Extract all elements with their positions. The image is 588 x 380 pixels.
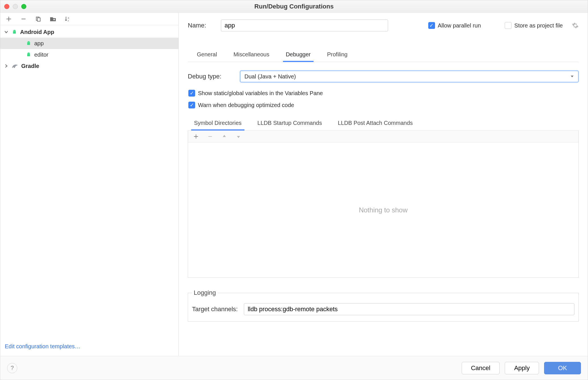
warn-optimized-check[interactable]: ✓ Warn when debugging optimized code bbox=[188, 102, 579, 108]
sidebar: az Android App bbox=[0, 13, 179, 356]
move-down-icon[interactable] bbox=[235, 133, 242, 140]
move-up-icon[interactable] bbox=[221, 133, 228, 140]
store-project-label: Store as project file bbox=[514, 22, 563, 29]
tree-item-editor[interactable]: editor bbox=[0, 49, 178, 60]
config-tree: Android App app editor bbox=[0, 25, 178, 338]
sidebar-toolbar: az bbox=[0, 13, 178, 25]
svg-point-9 bbox=[29, 42, 30, 42]
debug-type-value: Dual (Java + Native) bbox=[244, 73, 296, 80]
panel-toolbar bbox=[188, 131, 578, 142]
ok-button[interactable]: OK bbox=[544, 362, 581, 374]
subtab-symbol-dirs[interactable]: Symbol Directories bbox=[193, 117, 243, 130]
logging-legend: Logging bbox=[192, 289, 218, 296]
name-label: Name: bbox=[188, 22, 206, 29]
warn-optimized-label: Warn when debugging optimized code bbox=[198, 102, 294, 108]
name-input[interactable] bbox=[221, 20, 388, 31]
tab-debugger[interactable]: Debugger bbox=[285, 48, 312, 62]
gradle-icon bbox=[12, 63, 18, 69]
target-channels-label: Target channels: bbox=[192, 306, 238, 313]
checkbox-checked-icon: ✓ bbox=[428, 22, 435, 29]
show-static-label: Show static/global variables in the Vari… bbox=[198, 90, 323, 97]
sidebar-footer: Edit configuration templates… bbox=[0, 338, 178, 356]
subtab-lldb-startup[interactable]: LLDB Startup Commands bbox=[256, 117, 323, 130]
tree-group-android-app[interactable]: Android App bbox=[0, 26, 178, 38]
tree-item-app[interactable]: app bbox=[0, 38, 178, 49]
svg-rect-4 bbox=[13, 31, 16, 34]
debugger-subtabs: Symbol Directories LLDB Startup Commands… bbox=[188, 117, 579, 131]
tree-group-gradle[interactable]: Gradle bbox=[0, 60, 178, 72]
sort-alpha-icon[interactable]: az bbox=[64, 16, 71, 22]
svg-point-5 bbox=[14, 31, 14, 31]
traffic-lights bbox=[4, 4, 26, 9]
tab-profiling[interactable]: Profiling bbox=[326, 48, 349, 62]
logging-fieldset: Logging Target channels: bbox=[188, 289, 579, 322]
chevron-down-icon bbox=[4, 30, 9, 34]
tree-group-label: Gradle bbox=[21, 63, 39, 69]
allow-parallel-check[interactable]: ✓ Allow parallel run bbox=[428, 22, 481, 29]
panel-empty-text: Nothing to show bbox=[188, 142, 578, 277]
copy-icon[interactable] bbox=[35, 16, 42, 22]
chevron-right-icon bbox=[4, 64, 9, 68]
cancel-button[interactable]: Cancel bbox=[462, 362, 500, 374]
footer: ? Cancel Apply OK bbox=[0, 356, 588, 380]
tree-item-label: app bbox=[34, 40, 44, 47]
add-icon[interactable] bbox=[193, 133, 199, 140]
window-title: Run/Debug Configurations bbox=[4, 3, 584, 10]
svg-rect-7 bbox=[27, 43, 30, 45]
chevron-down-icon bbox=[570, 74, 574, 78]
remove-icon[interactable] bbox=[20, 16, 27, 22]
debugger-checks: ✓ Show static/global variables in the Va… bbox=[188, 90, 579, 108]
symbol-dirs-panel: Nothing to show bbox=[188, 131, 579, 278]
debug-type-row: Debug type: Dual (Java + Native) bbox=[188, 71, 579, 82]
svg-text:a: a bbox=[68, 16, 69, 19]
svg-text:z: z bbox=[68, 19, 69, 22]
svg-point-8 bbox=[28, 42, 28, 42]
tree-group-label: Android App bbox=[20, 29, 54, 35]
android-icon bbox=[26, 52, 31, 57]
minimize-icon[interactable] bbox=[13, 4, 18, 9]
zoom-icon[interactable] bbox=[21, 4, 26, 9]
tab-general[interactable]: General bbox=[196, 48, 218, 62]
android-icon bbox=[26, 40, 31, 46]
apply-button[interactable]: Apply bbox=[505, 362, 539, 374]
subtab-lldb-post-attach[interactable]: LLDB Post Attach Commands bbox=[337, 117, 414, 130]
svg-point-12 bbox=[29, 53, 30, 54]
target-channels-row: Target channels: bbox=[192, 303, 574, 315]
tab-miscellaneous[interactable]: Miscellaneous bbox=[232, 48, 270, 62]
debug-type-label: Debug type: bbox=[188, 73, 233, 80]
svg-point-11 bbox=[28, 53, 28, 54]
main: az Android App bbox=[0, 13, 588, 356]
android-icon bbox=[12, 29, 17, 35]
svg-rect-1 bbox=[37, 18, 40, 21]
store-project-check[interactable]: Store as project file bbox=[505, 22, 563, 29]
close-icon[interactable] bbox=[4, 4, 9, 9]
remove-icon[interactable] bbox=[207, 133, 214, 140]
allow-parallel-label: Allow parallel run bbox=[438, 22, 481, 29]
add-icon[interactable] bbox=[5, 16, 12, 22]
checkbox-checked-icon: ✓ bbox=[188, 102, 195, 108]
window: Run/Debug Configurations az bbox=[0, 0, 588, 380]
svg-point-6 bbox=[15, 31, 16, 31]
content: Name: ✓ Allow parallel run Store as proj… bbox=[179, 13, 588, 356]
gear-icon[interactable] bbox=[572, 22, 579, 29]
save-template-icon[interactable] bbox=[50, 16, 56, 22]
checkbox-checked-icon: ✓ bbox=[188, 90, 195, 97]
help-icon[interactable]: ? bbox=[7, 363, 17, 373]
svg-rect-10 bbox=[27, 54, 30, 56]
name-row: Name: ✓ Allow parallel run Store as proj… bbox=[188, 20, 579, 31]
tree-item-label: editor bbox=[34, 52, 48, 58]
target-channels-input[interactable] bbox=[244, 303, 574, 315]
main-tabs: General Miscellaneous Debugger Profiling bbox=[188, 48, 579, 62]
titlebar: Run/Debug Configurations bbox=[0, 0, 588, 13]
checkbox-unchecked-icon bbox=[505, 22, 512, 29]
debug-type-dropdown[interactable]: Dual (Java + Native) bbox=[240, 71, 579, 82]
edit-templates-link[interactable]: Edit configuration templates… bbox=[5, 343, 80, 349]
show-static-check[interactable]: ✓ Show static/global variables in the Va… bbox=[188, 90, 579, 97]
